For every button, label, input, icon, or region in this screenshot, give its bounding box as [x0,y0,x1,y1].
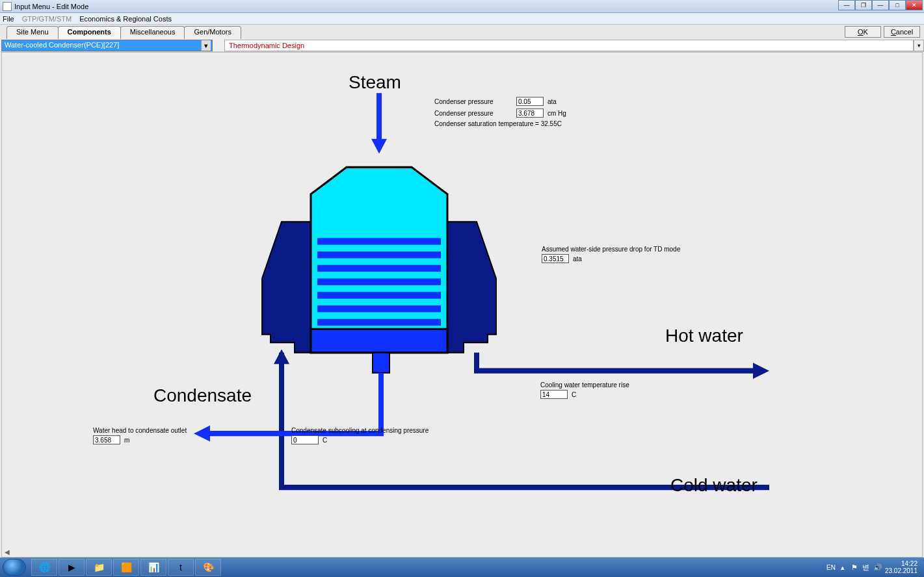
minimize2-button[interactable]: — [872,0,889,10]
svg-marker-1 [371,139,387,154]
ok-button[interactable]: OK [845,26,881,38]
taskbar-ie-icon[interactable]: 🌐 [31,559,57,576]
assumed-drop-label: Assumed water-side pressure drop for TD … [542,246,680,253]
tray-date: 23.02.2011 [885,567,917,574]
svg-rect-6 [311,329,447,352]
svg-marker-20 [274,349,289,364]
assumed-drop-unit: ata [573,255,582,263]
subcooling-unit: C [323,437,327,444]
system-tray: EN ▴ ⚑ 볃 🔊 14:22 23.02.2011 [826,560,921,574]
maximize-button[interactable]: □ [889,0,906,10]
restore-button[interactable]: ❐ [855,0,872,10]
condenser-diagram [2,53,922,557]
menu-economics[interactable]: Economics & Regional Costs [79,15,172,23]
tray-up-icon[interactable]: ▴ [838,563,847,572]
design-label: Thermodynamic Design [224,40,914,51]
assumed-drop-group: Assumed water-side pressure drop for TD … [542,244,680,264]
subcooling-group: Condensate subcooling at condensing pres… [291,426,429,446]
taskbar-tflex-icon[interactable]: t [168,559,194,576]
design-dropdown[interactable]: ▾ [914,40,924,51]
svg-rect-11 [317,292,441,298]
component-combo[interactable]: Water-cooled Condenser(PCE)[227] [1,40,213,51]
svg-rect-7 [317,238,441,244]
cw-rise-group: Cooling water temperature rise C [540,380,629,400]
hot-water-label: Hot water [665,326,743,346]
steam-label: Steam [349,72,401,93]
dialog-buttons: OK Cancel [845,26,920,38]
tray-network-icon[interactable]: 볃 [862,563,871,572]
condenser-pressure-group: Condenser pressure ata Condenser pressur… [434,96,566,127]
svg-rect-13 [317,319,441,326]
tray-volume-icon[interactable]: 🔊 [873,563,882,572]
taskbar-explorer-icon[interactable]: 📁 [86,559,112,576]
cw-rise-unit: C [572,391,576,398]
cond-pressure-ata-unit: ata [548,98,557,105]
start-button[interactable] [3,559,26,576]
cw-rise-input[interactable] [540,390,568,399]
tray-time: 14:22 [885,560,917,567]
svg-rect-8 [317,251,441,258]
svg-rect-12 [317,305,441,312]
tray-lang[interactable]: EN [826,564,836,571]
window-controls: — ❐ — □ ✕ [838,0,923,10]
water-head-input[interactable] [93,435,120,444]
cond-pressure-cmhg-label: Condenser pressure [434,110,512,117]
title-bar: Input Menu - Edit Mode — ❐ — □ ✕ [0,0,924,13]
subcooling-input[interactable] [291,435,319,444]
svg-rect-10 [317,279,441,285]
menu-bar: File GTP/GTM/STM Economics & Regional Co… [0,13,924,25]
saturation-temp-text: Condenser saturation temperature = 32.55… [434,120,566,127]
window-title: Input Menu - Edit Mode [14,3,88,10]
tool-row: Water-cooled Condenser(PCE)[227] Thermod… [0,39,924,52]
tab-gen-motors[interactable]: Gen/Motors [184,26,241,39]
main-canvas: Steam Condensate Hot water Cold water Co… [1,52,923,558]
assumed-drop-input[interactable] [542,254,569,263]
water-head-label: Water head to condensate outlet [93,427,187,434]
water-head-group: Water head to condensate outlet m [93,426,187,446]
minimize-button[interactable]: — [838,0,855,10]
taskbar-excel-icon[interactable]: 📊 [140,559,166,576]
svg-marker-3 [262,222,311,352]
water-head-unit: m [124,437,129,444]
svg-marker-17 [753,363,769,379]
tray-flag-icon[interactable]: ⚑ [850,563,859,572]
close-button[interactable]: ✕ [906,0,923,10]
svg-rect-14 [373,353,389,373]
app-icon [3,2,12,11]
cond-pressure-cmhg-unit: cm Hg [548,110,566,117]
svg-marker-23 [194,426,210,442]
tab-row: Site Menu Components Miscellaneous Gen/M… [0,25,924,39]
menu-gtp[interactable]: GTP/GTM/STM [22,15,72,23]
cond-pressure-cmhg-input[interactable] [516,109,544,118]
subcooling-label: Condensate subcooling at condensing pres… [291,427,429,434]
taskbar: 🌐 ▶ 📁 🟧 📊 t 🎨 EN ▴ ⚑ 볃 🔊 14:22 23.02.201… [0,558,924,577]
tab-miscellaneous[interactable]: Miscellaneous [120,26,185,39]
svg-marker-4 [447,222,496,352]
menu-file[interactable]: File [3,15,14,23]
cw-rise-label: Cooling water temperature rise [540,381,629,389]
cold-water-label: Cold water [670,475,758,496]
cond-pressure-ata-input[interactable] [516,97,544,106]
taskbar-paint-icon[interactable]: 🎨 [195,559,221,576]
taskbar-media-icon[interactable]: ▶ [59,559,85,576]
condensate-label: Condensate [153,385,252,406]
tray-clock[interactable]: 14:22 23.02.2011 [885,560,917,574]
cancel-button[interactable]: Cancel [884,26,920,38]
tab-site-menu[interactable]: Site Menu [7,26,59,39]
cond-pressure-ata-label: Condenser pressure [434,98,512,105]
tab-components[interactable]: Components [58,26,121,39]
taskbar-app1-icon[interactable]: 🟧 [113,559,139,576]
scroll-left-icon[interactable]: ◀ [5,548,10,556]
svg-rect-9 [317,265,441,272]
